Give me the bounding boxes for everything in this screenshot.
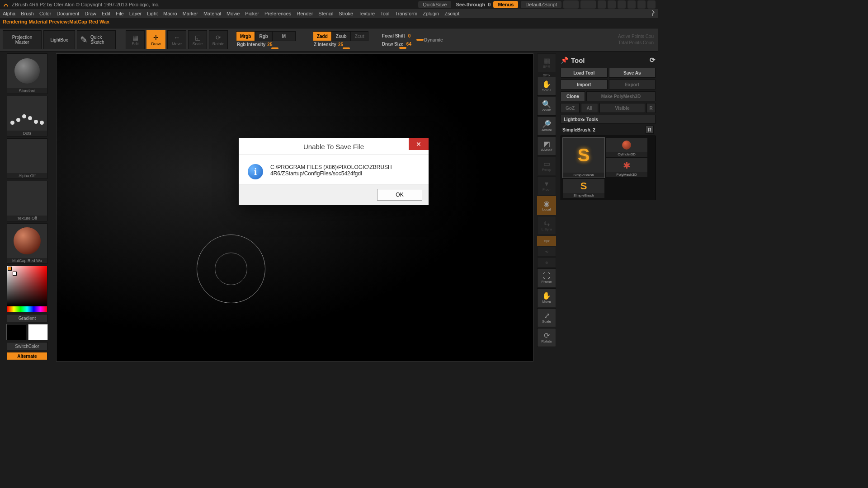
- draw-mode-button[interactable]: ✛Draw: [146, 30, 165, 49]
- seethrough-slider[interactable]: See-through 0: [456, 2, 491, 7]
- save-as-button[interactable]: Save As: [609, 68, 656, 78]
- lock-icon[interactable]: [618, 0, 626, 9]
- menus-toggle[interactable]: Menus: [493, 1, 518, 8]
- menu-alpha[interactable]: Alpha: [3, 11, 15, 16]
- material-picker[interactable]: MatCap Red Wa: [7, 223, 47, 264]
- move-mode-button[interactable]: ↔Move: [167, 30, 186, 49]
- tool-thumb-simplebrush-2[interactable]: S SimpleBrush: [563, 179, 604, 198]
- goz-button[interactable]: GoZ: [561, 103, 580, 113]
- clone-button[interactable]: Clone: [561, 91, 585, 101]
- menu-zscript[interactable]: Zscript: [444, 11, 459, 16]
- zadd-toggle[interactable]: Zadd: [313, 31, 332, 41]
- scale-mode-button[interactable]: ◱Scale: [188, 30, 207, 49]
- close-icon[interactable]: [647, 0, 656, 9]
- minimize-icon[interactable]: [627, 0, 636, 9]
- transpose-icon[interactable]: ⊕: [537, 258, 556, 267]
- nav-scale-button[interactable]: ⤢Scale: [537, 308, 556, 327]
- subtool-r-button[interactable]: R: [646, 126, 654, 134]
- canvas[interactable]: [56, 53, 533, 361]
- edit-mode-button[interactable]: ▦Edit: [126, 30, 145, 49]
- stroke-picker[interactable]: Dots: [7, 96, 47, 136]
- menu-material[interactable]: Material: [203, 11, 221, 16]
- focal-shift-slider[interactable]: Focal Shift 0: [381, 32, 412, 40]
- m-toggle[interactable]: M: [272, 31, 296, 41]
- menu-zplugin[interactable]: Zplugin: [423, 11, 439, 16]
- default-zscript-button[interactable]: DefaultZScript: [521, 1, 561, 8]
- history-back-icon[interactable]: [563, 0, 579, 9]
- nav-move-button[interactable]: ✋Move: [537, 288, 556, 307]
- goz-visible-button[interactable]: Visible: [599, 103, 645, 113]
- mrgb-toggle[interactable]: Mrgb: [236, 31, 255, 41]
- slider-thumb-icon[interactable]: [399, 47, 406, 49]
- frame-button[interactable]: ⛶Frame: [537, 268, 556, 287]
- actual-button[interactable]: 🔎Actual: [537, 117, 556, 136]
- draw-size-slider[interactable]: Draw Size 64: [381, 40, 412, 48]
- swatch-primary[interactable]: [28, 324, 48, 340]
- link-icon[interactable]: ⟲: [537, 247, 556, 257]
- menu-layer[interactable]: Layer: [129, 11, 142, 16]
- menu-transform[interactable]: Transform: [395, 11, 417, 16]
- panel-pin-icon[interactable]: [649, 10, 656, 17]
- load-tool-button[interactable]: Load Tool: [561, 68, 608, 78]
- floor-button[interactable]: ▾Floor: [537, 176, 556, 195]
- menu-document[interactable]: Document: [57, 11, 79, 16]
- aahalf-button[interactable]: ◩AAHalf: [537, 136, 556, 155]
- menu-texture[interactable]: Texture: [359, 11, 375, 16]
- nav-rotate-button[interactable]: ⟳Rotate: [537, 328, 556, 347]
- menu-picker[interactable]: Picker: [245, 11, 259, 16]
- lsym-button[interactable]: ⇆L.Sym: [537, 216, 556, 235]
- z-intensity-slider[interactable]: Z Intensity25: [313, 40, 368, 48]
- menu-light[interactable]: Light: [147, 11, 158, 16]
- alpha-picker[interactable]: Alpha Off: [7, 138, 47, 179]
- scroll-button[interactable]: ✋Scroll: [537, 77, 556, 96]
- zoom-button[interactable]: 🔍Zoom: [537, 97, 556, 116]
- tool-breadcrumb[interactable]: Lightbox▸ Tools: [561, 115, 656, 124]
- menu-stencil[interactable]: Stencil: [318, 11, 333, 16]
- color-picker[interactable]: [7, 266, 47, 312]
- brush-picker[interactable]: Standard: [7, 53, 47, 94]
- menu-preferences[interactable]: Preferences: [264, 11, 291, 16]
- slider-thumb-icon[interactable]: [416, 39, 424, 41]
- tool-thumb-cylinder[interactable]: Cylinder3D: [606, 138, 647, 157]
- window-icon-2[interactable]: [608, 0, 616, 9]
- menu-edit[interactable]: Edit: [102, 11, 110, 16]
- bpr-button[interactable]: ▦BPR: [537, 53, 556, 72]
- slider-thumb-icon[interactable]: [271, 47, 278, 49]
- menu-brush[interactable]: Brush: [21, 11, 34, 16]
- hue-strip[interactable]: [7, 306, 47, 312]
- menu-color[interactable]: Color: [39, 11, 51, 16]
- lightbox-button[interactable]: LightBox: [43, 30, 75, 49]
- rotate-mode-button[interactable]: ⟳Rotate: [209, 30, 228, 49]
- menu-stroke[interactable]: Stroke: [339, 11, 353, 16]
- menu-macro[interactable]: Macro: [163, 11, 177, 16]
- swatch-secondary[interactable]: [6, 324, 26, 340]
- menu-file[interactable]: File: [116, 11, 124, 16]
- import-button[interactable]: Import: [561, 80, 608, 89]
- ok-button[interactable]: OK: [377, 189, 422, 201]
- menu-tool[interactable]: Tool: [380, 11, 389, 16]
- tool-panel-header[interactable]: 📌 Tool ⟳: [561, 54, 656, 66]
- quicksave-button[interactable]: QuickSave: [418, 1, 451, 8]
- zsub-toggle[interactable]: Zsub: [332, 31, 351, 41]
- switch-color-button[interactable]: SwitchColor: [7, 342, 47, 350]
- local-button[interactable]: ◉Local: [537, 196, 556, 215]
- rgb-toggle[interactable]: Rgb: [255, 31, 272, 41]
- window-icon-1[interactable]: [598, 0, 606, 9]
- xyz-button[interactable]: Xyz: [537, 236, 556, 246]
- persp-button[interactable]: ▭Persp: [537, 156, 556, 175]
- tool-thumb-polymesh[interactable]: ✱ PolyMesh3D: [606, 158, 647, 177]
- goz-all-button[interactable]: All: [581, 103, 598, 113]
- menu-movie[interactable]: Movie: [226, 11, 240, 16]
- zcut-toggle[interactable]: Zcut: [351, 31, 368, 41]
- rgb-intensity-slider[interactable]: Rgb Intensity25: [236, 40, 296, 48]
- projection-master-button[interactable]: Projection Master: [3, 30, 42, 49]
- menu-draw[interactable]: Draw: [85, 11, 96, 16]
- menu-marker[interactable]: Marker: [183, 11, 198, 16]
- history-fwd-icon[interactable]: [580, 0, 596, 9]
- texture-picker[interactable]: Texture Off: [7, 181, 47, 221]
- gradient-toggle[interactable]: Gradient: [7, 314, 47, 322]
- make-polymesh-button[interactable]: Make PolyMesh3D: [586, 91, 656, 101]
- menu-render[interactable]: Render: [297, 11, 313, 16]
- maximize-icon[interactable]: [637, 0, 646, 9]
- cycle-icon[interactable]: ⟳: [650, 56, 656, 64]
